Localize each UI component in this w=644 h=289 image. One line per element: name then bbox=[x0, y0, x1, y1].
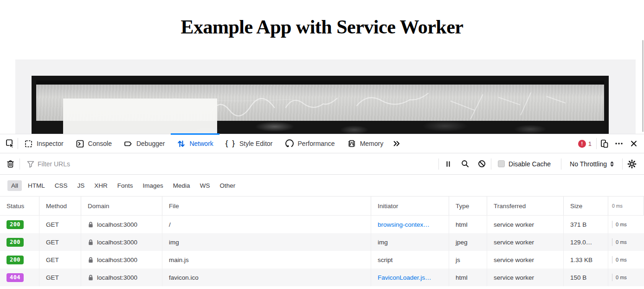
time-text: 0 ms bbox=[616, 222, 627, 227]
filter-pill-media[interactable]: Media bbox=[169, 180, 194, 191]
page-scrollbar[interactable] bbox=[642, 40, 644, 132]
type-cell: html bbox=[449, 269, 487, 286]
tab-performance[interactable]: Performance bbox=[279, 134, 341, 153]
tab-label: Network bbox=[189, 140, 213, 147]
lock-icon bbox=[88, 274, 94, 281]
lock-icon bbox=[88, 256, 94, 263]
filter-pill-ws[interactable]: WS bbox=[196, 180, 214, 191]
filter-pill-xhr[interactable]: XHR bbox=[90, 180, 111, 191]
method-cell: GET bbox=[39, 269, 81, 286]
request-row[interactable]: 200GETlocalhost:3000imgimgjpegservice wo… bbox=[0, 233, 644, 251]
type-cell: jpeg bbox=[449, 233, 487, 251]
photo-backdrop bbox=[15, 59, 636, 134]
column-header-initiator[interactable]: Initiator bbox=[371, 197, 449, 215]
waterfall-bar bbox=[612, 256, 612, 263]
overflow-tabs-button[interactable] bbox=[389, 136, 404, 151]
column-header-transferred[interactable]: Transferred bbox=[487, 197, 564, 215]
tab-network[interactable]: Network bbox=[171, 134, 219, 153]
page-title: Example App with Service Worker bbox=[0, 16, 644, 38]
network-toolbar: Disable Cache No Throttling bbox=[0, 153, 644, 175]
clear-requests-button[interactable] bbox=[3, 157, 18, 171]
close-icon bbox=[630, 140, 638, 147]
requests-table-header: StatusMethodDomainFileInitiatorTypeTrans… bbox=[0, 197, 644, 216]
domain-text: localhost:3000 bbox=[97, 274, 137, 281]
error-count: 1 bbox=[588, 140, 592, 147]
request-row[interactable]: 404GETlocalhost:3000favicon.icoFaviconLo… bbox=[0, 269, 644, 286]
initiator-link[interactable]: browsing-contex… bbox=[378, 221, 430, 228]
memory-icon bbox=[347, 139, 356, 148]
time-text: 0 ms bbox=[616, 275, 627, 280]
filter-pill-js[interactable]: JS bbox=[74, 180, 89, 191]
archival-photo bbox=[32, 76, 609, 134]
pick-element-button[interactable] bbox=[3, 136, 18, 151]
filter-pill-all[interactable]: All bbox=[7, 180, 22, 191]
filter-pill-css[interactable]: CSS bbox=[51, 180, 71, 191]
request-row[interactable]: 200GETlocalhost:3000/browsing-contex…htm… bbox=[0, 216, 644, 233]
size-cell: 1.33 KB bbox=[564, 251, 608, 269]
tab-memory[interactable]: Memory bbox=[341, 134, 390, 153]
inspector-icon bbox=[24, 139, 33, 148]
divider bbox=[438, 158, 439, 170]
filter-pill-other[interactable]: Other bbox=[216, 180, 239, 191]
divider bbox=[561, 158, 561, 170]
tab-inspector[interactable]: Inspector bbox=[18, 134, 70, 153]
disable-cache-control: Disable Cache bbox=[493, 160, 559, 168]
column-header-type[interactable]: Type bbox=[449, 197, 487, 215]
column-header-domain[interactable]: Domain bbox=[81, 197, 162, 215]
column-header-waterfall[interactable]: 0 ms bbox=[608, 197, 644, 215]
column-header-method[interactable]: Method bbox=[39, 197, 81, 215]
column-header-status[interactable]: Status bbox=[0, 197, 39, 215]
chevron-double-right-icon bbox=[393, 139, 401, 148]
waterfall-bar bbox=[612, 221, 612, 228]
waterfall-bar bbox=[612, 274, 612, 281]
tab-debugger[interactable]: Debugger bbox=[118, 134, 171, 153]
filter-urls-input[interactable] bbox=[38, 160, 437, 168]
initiator-cell: FaviconLoader.js… bbox=[371, 269, 449, 286]
block-requests-button[interactable] bbox=[474, 157, 489, 171]
close-devtools-button[interactable] bbox=[626, 136, 641, 151]
filter-pill-fonts[interactable]: Fonts bbox=[114, 180, 137, 191]
method-cell: GET bbox=[39, 233, 81, 251]
error-count-badge[interactable]: ! 1 bbox=[578, 140, 592, 148]
photo-top-edge bbox=[36, 80, 604, 85]
gear-icon bbox=[627, 159, 637, 169]
throttling-select[interactable]: No Throttling bbox=[563, 160, 620, 168]
type-cell: html bbox=[449, 216, 487, 233]
waterfall-cell: 0 ms bbox=[608, 233, 644, 251]
disable-cache-checkbox[interactable] bbox=[498, 160, 505, 167]
filter-pill-html[interactable]: HTML bbox=[24, 180, 49, 191]
method-cell: GET bbox=[39, 251, 81, 269]
initiator-text: img bbox=[378, 239, 388, 246]
domain-cell: localhost:3000 bbox=[81, 251, 162, 269]
status-badge: 200 bbox=[6, 220, 24, 229]
transferred-cell: service worker bbox=[487, 233, 564, 251]
initiator-cell: script bbox=[371, 251, 449, 269]
waterfall-cell: 0 ms bbox=[608, 216, 644, 233]
network-settings-button[interactable] bbox=[625, 157, 639, 171]
devtools-menu-button[interactable] bbox=[612, 136, 626, 151]
column-header-file[interactable]: File bbox=[162, 197, 371, 215]
trash-icon bbox=[6, 159, 15, 169]
pause-recording-button[interactable] bbox=[441, 157, 456, 171]
waterfall-cell: 0 ms bbox=[608, 269, 644, 286]
debugger-icon bbox=[124, 139, 133, 148]
request-row[interactable]: 200GETlocalhost:3000main.jsscriptjsservi… bbox=[0, 251, 644, 269]
size-cell: 150 B bbox=[564, 269, 608, 286]
domain-cell: localhost:3000 bbox=[81, 216, 162, 233]
initiator-link[interactable]: FaviconLoader.js… bbox=[378, 274, 431, 281]
domain-cell: localhost:3000 bbox=[81, 269, 162, 286]
console-icon bbox=[76, 139, 84, 148]
type-cell: js bbox=[449, 251, 487, 269]
url-filter bbox=[22, 160, 437, 168]
disable-cache-label: Disable Cache bbox=[509, 160, 551, 168]
tab-console[interactable]: Console bbox=[70, 134, 118, 153]
search-button[interactable] bbox=[457, 157, 472, 171]
funnel-icon bbox=[26, 160, 35, 168]
tab-style-editor[interactable]: { }Style Editor bbox=[219, 134, 279, 153]
column-header-size[interactable]: Size bbox=[564, 197, 608, 215]
filter-pill-images[interactable]: Images bbox=[139, 180, 167, 191]
responsive-design-mode-button[interactable] bbox=[597, 136, 612, 151]
status-cell: 200 bbox=[0, 251, 39, 269]
initiator-cell: browsing-contex… bbox=[371, 216, 449, 233]
lock-icon bbox=[88, 239, 94, 246]
